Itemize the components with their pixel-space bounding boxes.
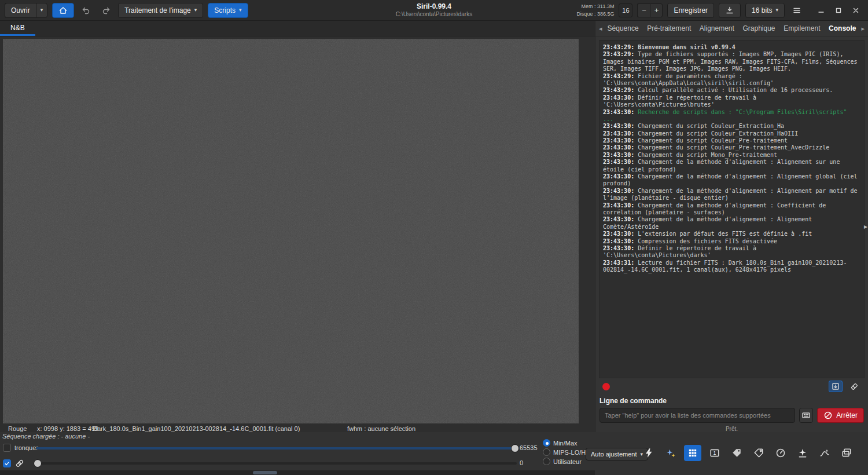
console-line: 23:43:29: Bienvenue dans siril v0.99.4 [603,44,860,51]
gauge-icon [775,448,786,458]
low-threshold-value: 0 [520,459,523,466]
memory-usage: Mem : 311.3M [576,3,614,10]
caret-down-icon: ▾ [194,8,197,13]
caret-down-icon: ▾ [41,8,43,13]
auto-adjust-dropdown[interactable]: Auto ajustement ▾ [586,448,648,461]
link-thresholds-button[interactable] [14,459,25,468]
console-line: 23:43:29: Type de fichiers supportés : I… [603,51,860,72]
console-line: 23:43:30: Chargement du script Couleur_E… [603,130,860,137]
clear-console-button[interactable] [847,381,861,392]
fwhm-label: fwhm : aucune sélection [347,425,415,432]
menu-button[interactable] [789,3,804,18]
image-canvas[interactable] [3,39,579,423]
undo-icon [82,6,91,15]
mode-radio-minmax[interactable]: Min/Max [543,439,578,447]
scrollbar-thumb[interactable] [253,471,277,474]
thread-count-stepper: − + [637,3,663,17]
console-line: 23:43:30: Chargement du script Mono_Pre-… [603,152,860,159]
undo-button[interactable] [79,3,94,18]
auto-adjust-label: Auto ajustement [591,451,637,458]
truncate-checkbox[interactable] [3,444,11,452]
tab-plot[interactable]: Graphique [739,21,778,36]
keyboard-icon [801,411,811,420]
slider-track [36,462,517,465]
tab-sequence[interactable]: Séquence [604,21,642,36]
console-footer [595,378,868,394]
low-slider-handle[interactable] [34,459,42,467]
image-list-button[interactable] [838,445,855,461]
tabs-scroll-left-icon[interactable]: ◂ [597,25,604,32]
bit-depth-dropdown[interactable]: 16 bits ▾ [745,3,785,18]
caret-down-icon: ▾ [775,8,778,13]
tab-pretreatment[interactable]: Pré-traitement [643,21,694,36]
console-line: 23:43:30: Recherche de scripts dans : "C… [603,109,860,123]
high-slider-handle[interactable] [511,444,519,452]
console-line: 23:43:30: Définir le répertoire de trava… [603,245,860,260]
star-view-button[interactable] [662,445,679,461]
channel-label: Rouge [8,425,27,432]
check-icon [4,461,10,466]
open-button[interactable]: Ouvrir [5,3,36,18]
open-dropdown-button[interactable]: ▾ [36,3,48,18]
console-line: 23:43:29: Fichier de paramètres chargé :… [603,73,860,87]
maximize-button[interactable] [831,3,846,18]
console-line: 23:43:30: L'extension par défaut des FIT… [603,231,860,237]
viewer-tab-bar: N&B [0,21,595,36]
image-processing-menu-button[interactable]: Traitement de l'image ▾ [118,3,203,18]
working-directory: C:\Users\conta\Pictures\darks [396,11,472,19]
high-threshold-slider[interactable] [36,444,517,452]
grid-icon [687,448,698,458]
command-line-label: Ligne de commande [599,397,868,405]
mode-label: MIPS-LO/HI [553,449,587,456]
maximize-icon [834,6,843,15]
console-line: 23:43:29: Calcul parallèle activé : Util… [603,87,860,94]
orientation-button[interactable] [772,445,789,461]
panel-expander-icon[interactable]: ▸ [864,222,867,231]
link-checkbox[interactable] [3,459,11,467]
grid-view-button[interactable] [684,445,701,461]
tab-console[interactable]: Console [825,21,859,36]
annotation-tag-outline-button[interactable] [750,445,767,461]
horizontal-scrollbar[interactable] [0,470,595,475]
quick-stretch-button[interactable] [640,445,657,461]
close-button[interactable] [848,3,863,18]
save-as-button[interactable] [719,3,741,18]
home-button[interactable] [52,3,74,18]
window-title: Siril-0.99.4 [396,2,472,11]
stop-button[interactable]: Arrêter [817,408,864,423]
command-input[interactable] [599,408,795,423]
save-button[interactable]: Enregistrer [667,3,714,18]
console-line: 23:43:30: Chargement du script Couleur_P… [603,137,860,144]
command-row: Arrêter [595,408,868,423]
image-noise [3,39,579,423]
photometry-button[interactable] [816,445,833,461]
mode-radio-mips[interactable]: MIPS-LO/HI [543,448,587,456]
title-block: Siril-0.99.4 C:\Users\conta\Pictures\dar… [396,2,472,19]
star-detection-button[interactable] [794,445,811,461]
console-line: 23:43:30: Chargement de la méthode d'ali… [603,159,860,173]
decrease-button[interactable]: − [637,3,650,17]
console-log[interactable]: 23:43:29: Bienvenue dans siril v0.99.423… [599,40,865,378]
thread-count-value[interactable]: 16 [619,3,632,17]
scripts-menu-button[interactable]: Scripts ▾ [208,3,248,18]
tab-monochrome[interactable]: N&B [0,21,35,36]
console-line: 23:43:30: Définir le répertoire de trava… [603,94,860,109]
tabs-scroll-right-icon[interactable]: ▸ [859,25,866,32]
low-threshold-slider[interactable] [36,459,517,467]
photometry-chart-icon [819,448,830,458]
tab-registration[interactable]: Alignement [696,21,738,36]
console-line: 23:43:30: Compression des fichiers FITS … [603,238,860,245]
annotation-tag-button[interactable] [728,445,745,461]
increase-button[interactable]: + [650,3,663,17]
bit-depth-label: 16 bits [752,6,772,14]
tab-stacking[interactable]: Empilement [780,21,823,36]
console-line: 23:43:30: Chargement de la méthode d'ali… [603,188,860,202]
mode-radio-user[interactable]: Utilisateur [543,458,582,465]
minimize-button[interactable] [814,3,829,18]
autoscroll-toggle-button[interactable] [829,381,843,392]
redo-button[interactable] [98,3,113,18]
single-frame-button[interactable]: 1 [706,445,723,461]
truncate-label: tronquer [14,444,38,451]
panel-tab-bar: ◂ Séquence Pré-traitement Alignement Gra… [595,21,868,36]
command-popup-button[interactable] [799,408,813,423]
